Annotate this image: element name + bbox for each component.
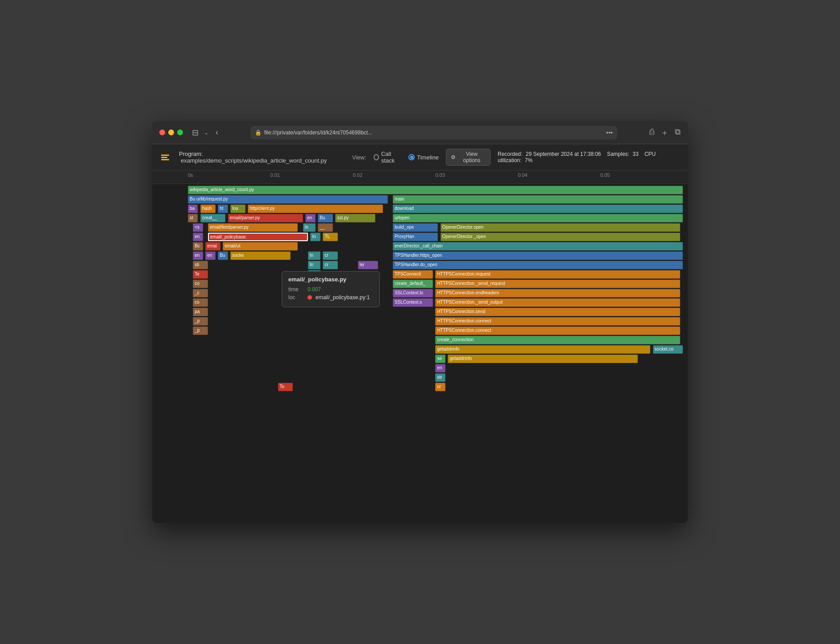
flame-block-dunder[interactable]: __ [318, 223, 333, 232]
flame-block-tpsconnect[interactable]: TPSConnecti [393, 270, 433, 279]
flame-block-str[interactable]: str [435, 373, 445, 382]
flame-block-createdefault[interactable]: create_default_ [393, 280, 433, 288]
maximize-button[interactable] [177, 130, 183, 135]
flame-block-fi[interactable]: _fi [308, 289, 323, 297]
flame-block-ba[interactable]: ba [188, 205, 198, 213]
flame-block-httpsconnsendoutput[interactable]: HTTPSConnection._send_output [435, 298, 680, 307]
flame-block-openerdiropen2[interactable]: OpenerDirector._open [441, 233, 681, 241]
url-more-button[interactable]: ••• [606, 129, 613, 136]
flame-block-getaddrinfo2[interactable]: getaddrinfo [448, 355, 638, 363]
flame-block-httpsconnconnect[interactable]: HTTPSConnection.connect [435, 317, 680, 326]
flame-block-httpsconnsendreq[interactable]: HTTPSConnection._send_request [435, 280, 680, 288]
flame-block-bc[interactable]: Bc [193, 242, 203, 251]
flame-block-buildope[interactable]: build_ope [393, 223, 438, 232]
flame-block-sslcontexts[interactable]: SSLContext.s [393, 298, 433, 307]
timeline-radio[interactable]: Timeline [408, 154, 439, 161]
flame-block-urllib-req[interactable]: Bu urllib/request.py [188, 195, 388, 204]
flame-block-en2[interactable]: en [193, 233, 203, 241]
chevron-down-icon[interactable]: ⌄ [204, 130, 208, 136]
main-window: ⊟ ⌄ ‹ 🔒 file:///private/var/folders/ld/k… [152, 121, 688, 523]
flame-scroll[interactable]: wikipedia_article_word_count.py Bu urlli… [152, 184, 688, 394]
callstack-radio[interactable]: Call stack [374, 151, 403, 164]
flame-block-underc[interactable]: _c [193, 289, 208, 297]
flame-block-te[interactable]: Te [193, 270, 208, 279]
flame-block-en4[interactable]: en [205, 251, 215, 260]
url-bar[interactable]: 🔒 file:///private/var/folders/ld/k24nt70… [250, 126, 617, 139]
flame-block-policybase[interactable]: email/_policybase. [208, 233, 308, 241]
flame-block-in3[interactable]: In [308, 251, 320, 260]
ruler-mark-005: 0.05 [600, 171, 610, 178]
share-icon[interactable]: ⎙ [649, 127, 654, 138]
flame-block-in6[interactable]: In [308, 280, 320, 288]
lock-icon: 🔒 [255, 130, 262, 136]
flame-block-se[interactable]: se [435, 355, 445, 363]
flame-block-bu2[interactable]: Bu [218, 251, 228, 260]
flame-block-sslapy[interactable]: ssl.py [335, 214, 375, 222]
flame-block-httpclient[interactable]: http/client.py [248, 205, 383, 213]
flame-row-0: wikipedia_article_word_count.py [188, 186, 688, 195]
flame-block-socke[interactable]: socke [230, 251, 290, 260]
flame-block-co[interactable]: co [193, 280, 208, 288]
flame-block-in2[interactable]: In [310, 233, 320, 241]
sidebar-toggle-icon[interactable]: ⊟ [192, 128, 199, 138]
flame-block-getaddrinfo[interactable]: getaddrinfo [435, 345, 650, 354]
timeline-radio-circle [408, 154, 415, 160]
flame-block-sti[interactable]: sti [193, 261, 208, 269]
flame-block-loa[interactable]: loa [230, 205, 245, 213]
view-options-button[interactable]: ⚙ View options [446, 149, 491, 166]
flame-block-cr[interactable]: cr [323, 251, 338, 260]
flame-row-11: _c _fi SSLContext.lo HTTPSConnection.end… [188, 289, 688, 298]
flame-block-emailut[interactable]: email/ut [223, 242, 298, 251]
flame-block-hash[interactable]: hash [200, 205, 216, 213]
flame-block-cr3[interactable]: cr [435, 383, 445, 391]
toolbar: Program: examples/demo_scripts/wikipedia… [152, 144, 688, 171]
flame-block-tpshandler-do[interactable]: TPSHandler.do_open [393, 261, 683, 269]
flame-block-in5[interactable]: In [308, 270, 320, 279]
flame-block-proxyhan[interactable]: ProxyHan [393, 233, 438, 241]
ruler-mark-002: 0.02 [353, 171, 362, 178]
flame-block-httpsconnrequest[interactable]: HTTPSConnection.request [435, 270, 680, 279]
flame-block-en3[interactable]: en [193, 251, 203, 260]
view-label: View: [352, 154, 366, 161]
close-button[interactable] [159, 130, 165, 135]
flame-row-19: en [188, 364, 688, 373]
flame-block-httpsconnendheaders[interactable]: HTTPSConnection.endheaders [435, 289, 680, 297]
flame-block-lei[interactable]: lei [358, 261, 378, 269]
flame-block-in1[interactable]: In [303, 223, 316, 232]
flame-block-httpsconnconnect2[interactable]: HTTPSConnection.connect [435, 326, 680, 335]
flame-block-createconn[interactable]: create_connection [435, 336, 680, 344]
flame-block-co2[interactable]: co [193, 298, 208, 307]
flame-block-bu1[interactable]: Bu [318, 214, 333, 222]
flame-block-cr2[interactable]: cr [323, 261, 338, 269]
flame-block-httpsconnsend[interactable]: HTTPSConnection.send [435, 308, 680, 316]
flame-block-tpshandler[interactable]: TPSHandler.https_open [393, 251, 683, 260]
new-tab-icon[interactable]: ＋ [661, 127, 669, 138]
flame-block-ht[interactable]: ht [218, 205, 228, 213]
flame-block-socketco[interactable]: socket.co [653, 345, 683, 354]
back-button[interactable]: ‹ [216, 128, 218, 137]
flame-block-tl[interactable]: TL [323, 233, 338, 241]
flame-block-en5[interactable]: en [435, 364, 445, 372]
flame-block-st[interactable]: st [188, 214, 198, 222]
flame-block-wikipedia[interactable]: wikipedia_article_word_count.py [188, 186, 683, 194]
tabs-icon[interactable]: ⧉ [675, 127, 681, 138]
flame-block-emailparser[interactable]: email/parser.py [228, 214, 303, 222]
flame-block-en1[interactable]: en [305, 214, 315, 222]
flame-block-sslcontextlo[interactable]: SSLContext.lo [393, 289, 433, 297]
flame-block-openerdiropen[interactable]: OpenerDirector.open [441, 223, 681, 232]
flame-block-download[interactable]: download [393, 205, 683, 213]
flame-block-callchain[interactable]: enerDirector._call_chain [393, 242, 683, 251]
flame-block-feedparser[interactable]: email/feedparser.py [208, 223, 298, 232]
flame-block-is[interactable]: _is [308, 298, 323, 307]
flame-block-main[interactable]: main [393, 195, 683, 204]
flame-block-to[interactable]: To [278, 383, 293, 391]
flame-block-s[interactable]: <s [193, 223, 203, 232]
flame-block-underp2[interactable]: _p [193, 326, 208, 335]
flame-block-underp[interactable]: _p [193, 317, 208, 326]
flame-block-pa[interactable]: pa [193, 308, 208, 316]
flame-block-emai2[interactable]: emai [205, 242, 220, 251]
flame-block-in4[interactable]: In [308, 261, 320, 269]
flame-block-urlopen[interactable]: urlopen [393, 214, 683, 222]
minimize-button[interactable] [168, 130, 174, 135]
flame-block-creat[interactable]: creat__ [200, 214, 225, 222]
